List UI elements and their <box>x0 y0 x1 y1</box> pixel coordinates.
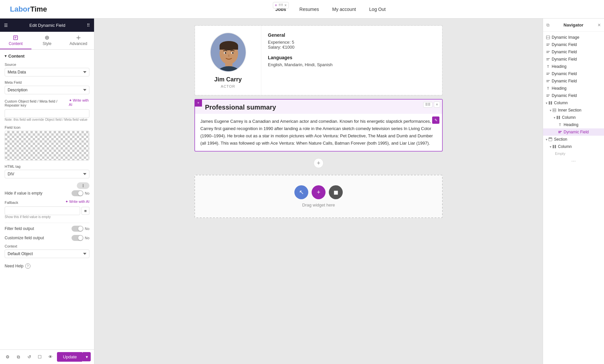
nav-item-column-2[interactable]: ▾ Column <box>543 114 604 121</box>
nav-item-inner-section[interactable]: ▾ Inner Section <box>543 107 604 114</box>
meta-field-label: Meta Field <box>5 80 89 84</box>
widget-close-btn[interactable]: × <box>434 102 440 108</box>
nav-item-heading-3[interactable]: T Heading <box>543 121 604 128</box>
nav-item-heading-2[interactable]: T Heading <box>543 85 604 92</box>
nav-my-account[interactable]: My account <box>332 7 356 12</box>
meta-field-select[interactable]: Description <box>5 86 89 94</box>
nav-item-column-1[interactable]: ▾ Column <box>543 99 604 107</box>
navigator-toggle[interactable]: ⧉ <box>546 23 549 28</box>
svg-rect-38 <box>558 132 561 133</box>
fallback-input[interactable] <box>5 206 80 215</box>
nav-item-dynamic-field-4[interactable]: Dynamic Field <box>543 70 604 77</box>
left-panel: ☰ Edit Dynamic Field ⠿ Content Style Adv… <box>0 19 94 364</box>
context-select[interactable]: Default Object <box>5 250 89 258</box>
jobs-plus-icon[interactable]: + <box>275 3 277 8</box>
edit-icon[interactable]: ✎ <box>432 116 439 124</box>
drag-icon-square[interactable]: ◼ <box>329 185 343 199</box>
nav-item-dynamic-field-active[interactable]: Dynamic Field <box>543 128 604 136</box>
nav-item-column-3[interactable]: ▾ Column <box>543 143 604 150</box>
widget-grid-btn[interactable]: ⠿⠿ <box>423 102 432 108</box>
nav-item-dynamic-field-2[interactable]: Dynamic Field <box>543 48 604 56</box>
template-icon[interactable]: ☐ <box>35 352 44 362</box>
grid-icon[interactable]: ⠿ <box>87 23 90 28</box>
svg-rect-26 <box>546 80 550 81</box>
svg-rect-21 <box>546 52 549 53</box>
panel-collapse-btn[interactable] <box>77 182 89 189</box>
tab-style[interactable]: Style <box>31 32 63 49</box>
write-ai-btn-1[interactable]: ✦ Write with AI <box>69 98 89 107</box>
html-tag-select[interactable]: DIV <box>5 170 89 178</box>
summary-text: James Eugene Carrey is a Canadian and Am… <box>200 118 437 147</box>
history-icon[interactable]: ↺ <box>25 352 33 362</box>
svg-rect-22 <box>546 58 550 59</box>
languages-list: English, Mandarin, Hindi, Spanish <box>268 62 435 67</box>
source-select[interactable]: Meta Data <box>5 68 89 76</box>
widget-drag-handle[interactable]: ⌖ <box>195 99 202 107</box>
heading-icon-2: T <box>546 86 550 91</box>
custom-object-input[interactable] <box>5 109 89 118</box>
svg-rect-12 <box>220 46 238 50</box>
hide-if-empty-row: Hide if value is empty No <box>5 190 89 196</box>
summary-body: James Eugene Carrey is a Canadian and Am… <box>195 114 442 151</box>
hide-if-empty-toggle[interactable] <box>72 190 83 196</box>
filter-output-row: Filter field output No <box>5 226 89 232</box>
nav-item-dynamic-field-5[interactable]: Dynamic Field <box>543 77 604 85</box>
layers-icon[interactable]: ⧉ <box>14 352 23 362</box>
settings-icon[interactable]: ⚙ <box>3 352 12 362</box>
svg-rect-32 <box>553 109 556 112</box>
drag-icon-plus[interactable]: + <box>312 185 326 199</box>
html-tag-row: HTML tag DIV <box>5 164 89 178</box>
jobs-close-icon[interactable]: × <box>284 3 287 8</box>
tab-advanced[interactable]: Advanced <box>63 32 94 49</box>
column-icon-3 <box>552 144 557 149</box>
navigator-close[interactable]: × <box>598 22 601 28</box>
customize-output-toggle[interactable] <box>72 235 83 241</box>
avatar-svg <box>211 33 246 72</box>
nav-resumes[interactable]: Resumes <box>299 7 319 12</box>
help-icon[interactable]: ? <box>25 263 30 269</box>
fallback-note: Show this if field value is empty <box>5 215 89 219</box>
update-chevron[interactable]: ▾ <box>83 352 91 361</box>
svg-point-4 <box>46 37 48 38</box>
nav-item-section[interactable]: ▾ Section <box>543 136 604 143</box>
update-button[interactable]: Update <box>57 352 83 362</box>
svg-rect-31 <box>551 101 552 105</box>
jobs-controls: + ⠿⠿ × <box>273 2 289 9</box>
field-icon-active <box>558 130 562 134</box>
fallback-list-icon[interactable]: ≡ <box>81 207 89 215</box>
resume-sidebar: Jim Carry ACTOR <box>195 26 261 95</box>
nav-item-dynamic-field-3[interactable]: Dynamic Field <box>543 56 604 63</box>
column-arrow-2: ▾ <box>554 116 555 119</box>
hamburger-icon[interactable]: ☰ <box>4 23 8 28</box>
nav-dots: ··· <box>543 157 604 165</box>
fallback-label: Fallback <box>5 201 18 205</box>
nav-log-out[interactable]: Log Out <box>369 7 386 12</box>
tab-content[interactable]: Content <box>0 32 31 49</box>
add-section-btn[interactable]: + <box>314 158 324 168</box>
svg-point-15 <box>225 52 226 54</box>
field-icon-preview <box>5 131 89 160</box>
jobs-drag-icon[interactable]: ⠿⠿ <box>278 3 283 7</box>
content-section-title: Content <box>5 54 89 59</box>
column-arrow-1: ▾ <box>546 101 547 105</box>
context-row: Context Default Object <box>5 244 89 258</box>
nav-item-dynamic-field-6[interactable]: Dynamic Field <box>543 92 604 99</box>
filter-output-toggle[interactable] <box>72 226 83 232</box>
nav-item-heading-1[interactable]: T Heading <box>543 63 604 70</box>
eye-icon[interactable]: 👁 <box>46 352 55 362</box>
context-label: Context <box>5 244 89 248</box>
nav-item-dynamic-image[interactable]: Dynamic Image <box>543 34 604 41</box>
image-icon <box>546 35 550 40</box>
need-help-label: Need Help <box>5 264 24 268</box>
meta-field-row: Meta Field Description <box>5 80 89 94</box>
field-icon-6 <box>546 93 550 98</box>
customize-output-value: No <box>85 236 89 240</box>
column-icon-1 <box>548 101 553 105</box>
svg-rect-40 <box>549 138 552 139</box>
nav-item-dynamic-field-1[interactable]: Dynamic Field <box>543 41 604 48</box>
write-ai-btn-2[interactable]: ✦ Write with AI <box>65 200 89 204</box>
svg-rect-19 <box>546 45 549 46</box>
field-icon-3 <box>546 57 550 62</box>
drag-icon-arrow[interactable]: ↖ <box>294 185 308 199</box>
inner-section-arrow: ▾ <box>550 109 551 112</box>
